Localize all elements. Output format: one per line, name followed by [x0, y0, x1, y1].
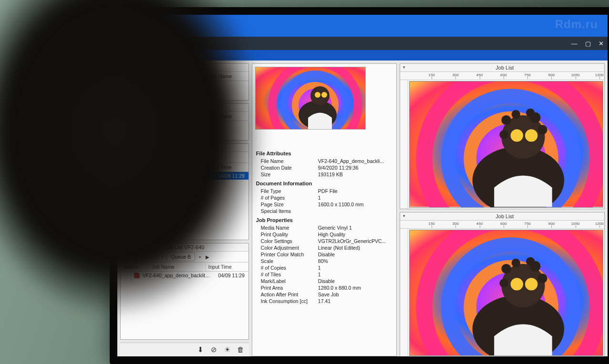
col-jobname[interactable]: Job Name: [149, 112, 205, 121]
property-row: Mark/LabelDisable: [256, 278, 392, 284]
property-key: Page Size: [261, 202, 318, 207]
property-row: Special Items: [256, 208, 392, 214]
queue-b-opts-icon[interactable]: ⚬: [196, 154, 204, 161]
ruler-horizontal: 15030045060075090010501200: [400, 221, 604, 229]
col-status[interactable]: Status: [121, 163, 149, 172]
menu-media[interactable]: Media(M): [153, 52, 175, 58]
rip-status-header[interactable]: RIP Status: [121, 104, 248, 112]
property-row: Color AdjustmentLinear (Not Edited): [256, 244, 392, 251]
property-value: 1280.0 x 880.0 mm: [318, 285, 392, 291]
job-name: VF2-640_app_demo_backlit_dp...: [143, 273, 211, 278]
queue-a-opts-icon[interactable]: ⚬: [158, 154, 166, 161]
queue-b-opts-icon[interactable]: ⚬: [196, 253, 204, 261]
col-status[interactable]: Status: [121, 112, 149, 121]
preview-canvas-bottom[interactable]: [408, 229, 604, 356]
property-key: Size: [261, 172, 318, 177]
window-titlebar: — ▢ ✕: [117, 37, 608, 50]
left-bottom-toolbar: ⬇ ⊘ ☀ 🗑: [120, 343, 249, 356]
property-row: File NameVF2-640_App_demo_backli...: [256, 158, 392, 164]
print-status-header[interactable]: Print Status: [121, 64, 248, 72]
property-row: File TypePDF File: [256, 188, 392, 194]
property-value: 80%: [318, 258, 392, 264]
property-value: Generic Vinyl 1: [318, 225, 392, 231]
svg-point-16: [537, 125, 547, 134]
download-icon[interactable]: ⬇: [196, 345, 205, 354]
tab-queue-a[interactable]: Queue A: [129, 153, 157, 162]
svg-point-31: [499, 279, 508, 287]
property-row: Action After PrintSave Job: [256, 291, 392, 298]
col-status[interactable]: Status: [121, 72, 149, 81]
col-jobname[interactable]: Job Name: [149, 163, 206, 172]
menu-help[interactable]: Help(H): [184, 52, 202, 58]
property-value: PDF File: [318, 188, 392, 194]
properties-panel: File Attributes File NameVF2-640_App_dem…: [252, 63, 397, 356]
property-key: Printer Color Match: [261, 252, 318, 257]
property-row: Color SettingsVGTR2LkOrGr_GenericPVC...: [256, 238, 392, 244]
joblist-vf2-panel: Job List VF2-640 ◀ Queue A ⚬ Queue B ⚬ ▶…: [120, 243, 249, 340]
preview-canvas-top[interactable]: [408, 80, 604, 208]
svg-point-17: [499, 131, 508, 139]
trash-icon[interactable]: 🗑: [237, 345, 245, 354]
property-key: File Name: [261, 158, 318, 164]
joblist-vg2-header[interactable]: Job List VG2-640: [121, 144, 248, 152]
svg-point-7: [321, 92, 327, 98]
col-inputtime[interactable]: Input Time: [206, 263, 248, 271]
job-time: 04/09 11:29: [211, 273, 247, 278]
property-value: 1: [318, 272, 392, 277]
col-status[interactable]: Status: [121, 263, 149, 271]
stop-icon[interactable]: ⊘: [210, 345, 218, 354]
queue-prev-icon[interactable]: ◀: [121, 154, 128, 161]
queue-next-icon[interactable]: ▶: [204, 154, 211, 161]
tab-queue-b[interactable]: Queue B: [167, 253, 195, 261]
window-close-button[interactable]: ✕: [599, 40, 604, 47]
job-thumbnail-box: [252, 64, 396, 146]
brightness-icon[interactable]: ☀: [223, 345, 232, 354]
property-key: Action After Print: [261, 292, 318, 297]
property-key: Print Quality: [261, 232, 318, 237]
property-key: Color Settings: [261, 238, 318, 244]
property-row: Printer Color MatchDisable: [256, 251, 392, 258]
menu-bar: Printer(P) Media(M) Help(H): [117, 50, 608, 61]
preview-image-top: [409, 81, 603, 207]
property-key: Scale: [261, 258, 318, 264]
svg-point-30: [537, 273, 547, 283]
file-attributes-heading: File Attributes: [256, 151, 392, 156]
col-inputtime[interactable]: Input Time: [206, 163, 248, 172]
tab-queue-a[interactable]: Queue A: [129, 253, 157, 261]
rip-application-window: — ▢ ✕ Printer(P) Media(M) Help(H) Print …: [117, 37, 608, 356]
svg-point-34: [510, 278, 523, 290]
job-row[interactable]: VF2-640_app_demo_backlit_dp... 04/09 11:…: [121, 272, 248, 279]
joblist-vg2-columns: Status Job Name Input Time: [121, 163, 248, 172]
preview-top-header[interactable]: Job List: [400, 64, 604, 72]
preview-image-bottom: [409, 230, 603, 356]
joblist-vg2-body: VF2-640_app_demo_backlit_dp... 04/09 11:…: [121, 172, 248, 240]
property-key: # of Tiles: [261, 272, 318, 277]
window-maximize-button[interactable]: ▢: [585, 40, 591, 47]
col-jobname[interactable]: Job Name: [149, 72, 205, 81]
property-row: Scale80%: [256, 258, 392, 264]
job-thumbnail: [255, 67, 366, 130]
property-key: Media Name: [261, 225, 318, 231]
property-key: Creation Date: [261, 165, 318, 171]
property-row: # of Pages1: [256, 194, 392, 201]
menu-printer[interactable]: Printer(P): [122, 52, 145, 58]
monitor-frame: Rdm.ru — ▢ ✕ Printer(P) Media(M) Help(H)…: [110, 7, 609, 364]
preview-bottom-header[interactable]: Job List: [400, 212, 604, 221]
property-key: Mark/Label: [261, 278, 318, 284]
col-nickname[interactable]: Nick Name: [205, 112, 248, 121]
window-minimize-button[interactable]: —: [571, 40, 578, 47]
property-row: Print Area1280.0 x 880.0 mm: [256, 284, 392, 291]
job-time: 04/09 11:29: [211, 173, 247, 179]
ruler-vertical: [400, 229, 408, 356]
col-nickname[interactable]: Nick Name: [205, 72, 248, 81]
property-value: VGTR2LkOrGr_GenericPVC...: [318, 238, 392, 244]
property-row: Size193119 KB: [256, 171, 392, 178]
joblist-vf2-header[interactable]: Job List VF2-640: [121, 243, 248, 252]
svg-point-33: [511, 258, 520, 267]
queue-prev-icon[interactable]: ◀: [121, 253, 128, 261]
tab-queue-b[interactable]: Queue B: [167, 153, 195, 162]
queue-next-icon[interactable]: ▶: [204, 253, 211, 261]
col-jobname[interactable]: Job Name: [149, 263, 206, 271]
job-row[interactable]: VF2-640_app_demo_backlit_dp... 04/09 11:…: [121, 172, 248, 180]
queue-a-opts-icon[interactable]: ⚬: [158, 253, 166, 261]
